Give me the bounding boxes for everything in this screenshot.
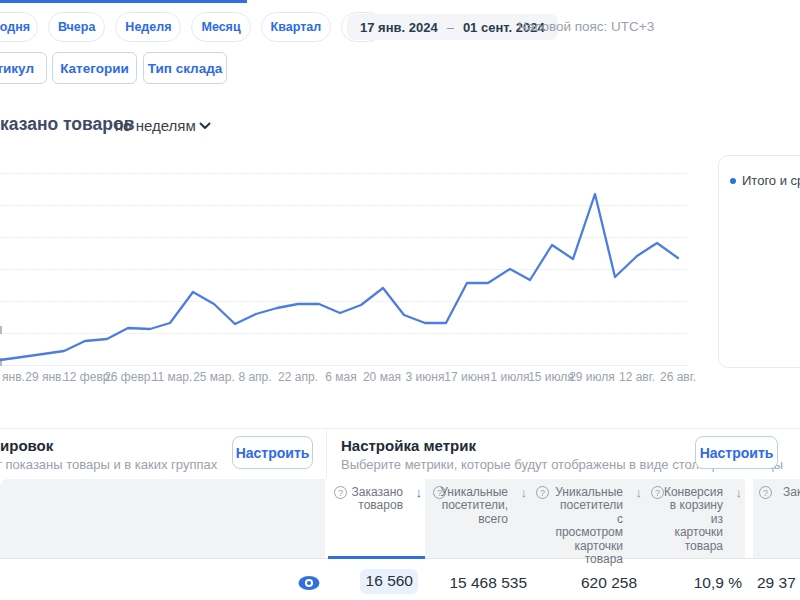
x-tick-label: 8 апр. bbox=[238, 370, 271, 384]
period-tab-yesterday[interactable]: Вчера bbox=[48, 12, 105, 42]
column-header-ordered-cut[interactable]: ? Заказ bbox=[753, 479, 800, 559]
help-icon[interactable]: ? bbox=[759, 486, 772, 499]
column-gap bbox=[745, 479, 753, 559]
help-icon[interactable]: ? bbox=[334, 486, 347, 499]
date-range-start: 17 янв. 2024 bbox=[360, 20, 438, 35]
period-tab-month[interactable]: Месяц bbox=[191, 12, 250, 42]
table-cell-value: 15 468 535 bbox=[430, 571, 527, 595]
period-tabs: Вчера Неделя Месяц Квартал Год bbox=[48, 12, 383, 42]
help-icon[interactable]: ? bbox=[651, 486, 664, 499]
period-tab-label: годня bbox=[0, 20, 30, 34]
table-cell-value: 620 258 bbox=[540, 571, 637, 595]
grouping-settings-subtitle: т показаны товары и в каких группах bbox=[0, 457, 217, 472]
active-tab-underline bbox=[0, 0, 247, 3]
column-header-cart-conversion[interactable]: ? ↓ Конверсия в корзину из карточки това… bbox=[645, 479, 745, 559]
x-tick-label: 29 янв. bbox=[25, 370, 65, 384]
x-tick-label: 26 авг. bbox=[660, 370, 696, 384]
x-tick-label: 12 авг. bbox=[619, 370, 655, 384]
analytics-page: годня Вчера Неделя Месяц Квартал Год 17 … bbox=[0, 0, 800, 600]
ordered-goods-total-highlight: 16 560 bbox=[360, 569, 418, 594]
x-tick-label: 1 июля bbox=[491, 370, 530, 384]
legend-item-label: Итого и средн bbox=[742, 173, 800, 188]
chevron-down-icon[interactable] bbox=[199, 122, 211, 130]
column-header-ordered-goods[interactable]: ? ↓ Заказано товаров bbox=[328, 479, 425, 559]
x-tick-label: 17 июня bbox=[444, 370, 490, 384]
sort-icon[interactable]: ↓ bbox=[636, 485, 643, 500]
chart-legend: Итого и средн bbox=[718, 155, 800, 368]
eye-icon[interactable] bbox=[298, 575, 320, 591]
column-header-label: Конверсия в корзину из карточки товара bbox=[664, 486, 723, 553]
legend-dot-icon bbox=[730, 178, 736, 184]
configure-metrics-button[interactable]: Настроить bbox=[695, 436, 778, 469]
filter-button-article[interactable]: ртикул bbox=[0, 52, 47, 84]
column-header-label: Уникальные посетители с просмотром карто… bbox=[555, 486, 623, 566]
period-tab-today[interactable]: годня bbox=[0, 12, 38, 42]
period-tab-week[interactable]: Неделя bbox=[115, 12, 181, 42]
panel-divider bbox=[326, 428, 327, 478]
granularity-dropdown[interactable]: по неделям bbox=[115, 117, 196, 134]
table-cell-value: 29 37 bbox=[757, 571, 800, 595]
column-header-label: Заказано товаров bbox=[352, 486, 403, 513]
x-tick-label: 26 февр. bbox=[104, 370, 154, 384]
column-header-label: Уникальные посетители, всего bbox=[440, 486, 508, 526]
sort-icon[interactable]: ↓ bbox=[521, 485, 528, 500]
x-tick-label: 6 мая bbox=[325, 370, 356, 384]
column-header-label: Заказ bbox=[783, 486, 800, 499]
grouping-settings-title: ировок bbox=[0, 437, 53, 454]
metrics-settings-title: Настройка метрик bbox=[341, 437, 476, 454]
x-tick-label: янв. bbox=[2, 370, 25, 384]
x-tick-label: 29 июля bbox=[569, 370, 615, 384]
date-range-separator: – bbox=[447, 20, 454, 35]
column-header-unique-visitors-total[interactable]: ? ↓ Уникальные посетители, всего bbox=[427, 479, 530, 559]
orders-line-series bbox=[0, 194, 678, 360]
x-tick-label: 15 июля bbox=[528, 370, 574, 384]
table-cell-value: 16 560 bbox=[366, 569, 413, 593]
filter-button-categories[interactable]: Категории bbox=[52, 52, 137, 84]
help-icon[interactable]: ? bbox=[536, 486, 549, 499]
timezone-label: Часовой пояс: UTC+3 bbox=[518, 14, 654, 40]
sort-icon[interactable]: ↓ bbox=[736, 485, 743, 500]
configure-grouping-button[interactable]: Настроить bbox=[232, 436, 313, 469]
section-divider bbox=[0, 428, 800, 429]
table-cell-value: 10,9 % bbox=[645, 571, 742, 595]
x-tick-label: 22 апр. bbox=[278, 370, 318, 384]
x-tick-label: 3 июня bbox=[406, 370, 445, 384]
column-header-unique-visitors-viewed[interactable]: ? ↓ Уникальные посетители с просмотром к… bbox=[530, 479, 645, 559]
orders-line-chart bbox=[0, 150, 710, 385]
legend-item[interactable]: Итого и средн bbox=[730, 173, 800, 188]
period-tab-quarter[interactable]: Квартал bbox=[261, 12, 332, 42]
sort-desc-icon[interactable]: ↓ bbox=[416, 485, 423, 500]
x-tick-label: 11 мар. bbox=[152, 370, 193, 384]
x-tick-label: 20 мая bbox=[363, 370, 401, 384]
x-tick-label: 25 мар. bbox=[193, 370, 235, 384]
filter-button-warehouse-type[interactable]: Тип склада bbox=[143, 52, 227, 84]
